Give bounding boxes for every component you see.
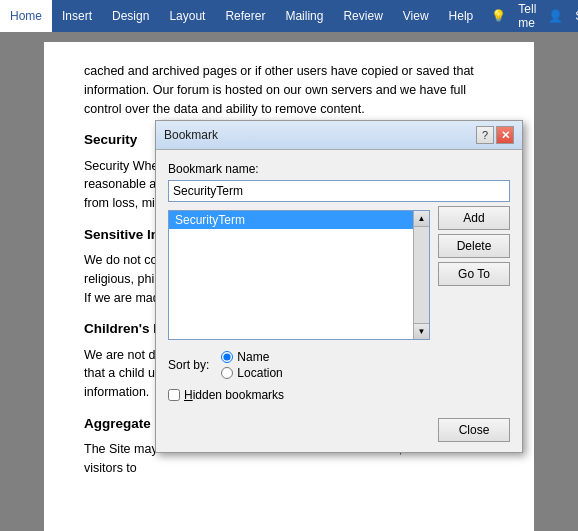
sort-row: Sort by: Name Location [168, 350, 510, 380]
dialog-controls: ? ✕ [476, 126, 514, 144]
bookmark-name-input[interactable] [168, 180, 510, 202]
ribbon: Home Insert Design Layout Referer Mailin… [0, 0, 578, 32]
go-to-button[interactable]: Go To [438, 262, 510, 286]
list-and-buttons: SecurityTerm ▲ ▼ Add Delete Go To [168, 206, 510, 340]
help-button[interactable]: ? [476, 126, 494, 144]
tab-review[interactable]: Review [333, 0, 392, 32]
scrollbar-down-arrow[interactable]: ▼ [414, 323, 430, 339]
hidden-bookmarks-checkbox[interactable] [168, 389, 180, 401]
tab-mailing[interactable]: Mailing [275, 0, 333, 32]
tab-insert[interactable]: Insert [52, 0, 102, 32]
close-x-button[interactable]: ✕ [496, 126, 514, 144]
list-item[interactable]: SecurityTerm [169, 211, 429, 229]
dialog-titlebar: Bookmark ? ✕ [156, 121, 522, 150]
user-icon: 👤 [548, 9, 563, 23]
sort-location-radio[interactable] [221, 367, 233, 379]
dialog-overlay: Bookmark ? ✕ Bookmark name: SecurityTerm… [0, 32, 578, 531]
bookmark-list[interactable]: SecurityTerm ▲ ▼ [168, 210, 430, 340]
document-area: cached and archived pages or if other us… [0, 32, 578, 531]
tab-help[interactable]: Help [439, 0, 484, 32]
delete-button[interactable]: Delete [438, 234, 510, 258]
bookmark-dialog: Bookmark ? ✕ Bookmark name: SecurityTerm… [155, 120, 523, 453]
list-scrollbar[interactable]: ▲ ▼ [413, 211, 429, 339]
sort-location-label: Location [237, 366, 282, 380]
sort-name-label: Name [237, 350, 269, 364]
dialog-title: Bookmark [164, 128, 218, 142]
hidden-bookmarks-label: Hidden bookmarks [184, 388, 284, 402]
tab-referer[interactable]: Referer [215, 0, 275, 32]
sort-location-option[interactable]: Location [221, 366, 282, 380]
bookmark-list-wrapper: SecurityTerm ▲ ▼ [168, 206, 430, 340]
add-button[interactable]: Add [438, 206, 510, 230]
tab-home[interactable]: Home [0, 0, 52, 32]
tab-view[interactable]: View [393, 0, 439, 32]
tab-layout[interactable]: Layout [159, 0, 215, 32]
hidden-bookmarks-row[interactable]: Hidden bookmarks [168, 388, 510, 402]
dialog-action-buttons: Add Delete Go To [438, 206, 510, 340]
sort-radio-group: Name Location [221, 350, 282, 380]
field-label: Bookmark name: [168, 162, 510, 176]
tell-me-label[interactable]: Tell me [518, 2, 536, 30]
close-dialog-button[interactable]: Close [438, 418, 510, 442]
dialog-footer: Close [156, 412, 522, 452]
ribbon-right: 💡 Tell me 👤 Share [483, 0, 578, 32]
sort-by-label: Sort by: [168, 358, 209, 372]
tab-design[interactable]: Design [102, 0, 159, 32]
lightbulb-icon: 💡 [491, 9, 506, 23]
scrollbar-track [414, 227, 429, 323]
scrollbar-up-arrow[interactable]: ▲ [414, 211, 430, 227]
sort-name-radio[interactable] [221, 351, 233, 363]
dialog-body: Bookmark name: SecurityTerm ▲ ▼ [156, 150, 522, 412]
sort-name-option[interactable]: Name [221, 350, 282, 364]
